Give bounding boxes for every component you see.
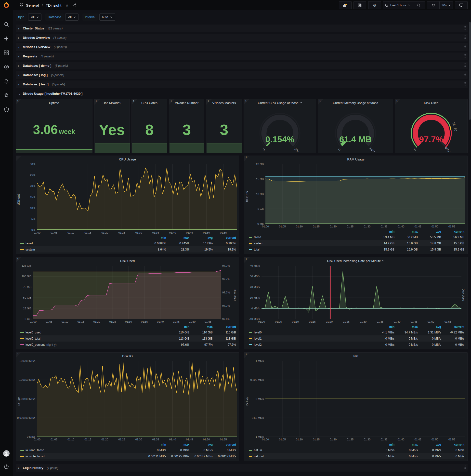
row-header-login-history[interactable]: ›Login History(1 panel)	[16, 464, 468, 472]
breadcrumb-section[interactable]: General	[26, 3, 39, 7]
chart-plot[interactable]	[265, 164, 465, 224]
legend-column-header[interactable]: avg	[189, 236, 213, 239]
legend-row[interactable]: system14.2 GB15.6 GB14.8 GB15.5 GB	[249, 240, 464, 246]
breadcrumb-page[interactable]: TDinsight	[46, 3, 61, 7]
panel-title[interactable]: Current CPU Usage of taosd	[244, 99, 316, 106]
drag-handle-icon[interactable]	[464, 82, 466, 87]
legend-column-header[interactable]: current	[441, 443, 464, 446]
drag-handle-icon[interactable]	[464, 45, 466, 49]
chart-plot[interactable]	[37, 164, 237, 230]
legend-column-header[interactable]: avg	[418, 230, 441, 233]
drag-handle-icon[interactable]	[464, 465, 466, 470]
legend-row[interactable]: net_out0 Mb/s0 Mb/s0 Mb/s0 Mb/s	[249, 453, 464, 459]
legend-column-header[interactable]: min	[143, 443, 166, 446]
legend-row[interactable]: level0-4.1 MB/s34.7 MB/s1.31 MB/s-0.82 M…	[249, 329, 464, 335]
row-header-cluster-status[interactable]: ›Cluster Status(21 panels)	[16, 25, 468, 32]
panel-title[interactable]: Net	[244, 353, 467, 359]
legend-column-header[interactable]: current	[213, 236, 236, 239]
share-icon[interactable]	[73, 3, 76, 7]
legend-column-header[interactable]: max	[394, 325, 418, 328]
drag-handle-icon[interactable]	[464, 26, 466, 31]
sidebar-item-server-admin[interactable]	[0, 102, 13, 117]
legend-row[interactable]: total15.9 GB15.9 GB15.9 GB15.9 GB	[249, 246, 464, 253]
chart-plot[interactable]	[37, 361, 237, 437]
legend-row[interactable]: level10 MB/s0 MB/s0 MB/s0 MB/s	[249, 335, 464, 341]
panel-title[interactable]: VNodes Number	[169, 99, 204, 106]
row-header-database-demo-[interactable]: ›Database: [ demo ](5 panels)	[16, 62, 468, 69]
legend-row[interactable]: level20 MB/s0 MB/s0 MB/s0 MB/s	[249, 341, 464, 348]
legend-column-header[interactable]: current	[441, 230, 464, 233]
dashboard-settings-button[interactable]: ⚙	[368, 1, 381, 9]
add-panel-button[interactable]	[339, 1, 352, 9]
legend-row[interactable]: taosd0.0808%0.245%0.183%0.205%	[20, 240, 236, 246]
row-header-database-log-[interactable]: ›Database: [ log ](5 panels)	[16, 71, 468, 79]
variable-value-dropdown[interactable]: auto	[99, 14, 115, 21]
chart-plot[interactable]	[262, 266, 461, 319]
sidebar-item-search[interactable]	[0, 17, 13, 31]
legend-column-header[interactable]: avg	[418, 325, 441, 328]
legend-row[interactable]: level0_total113 GiB113 GiB113 GiB	[20, 335, 236, 341]
panel-title[interactable]: CPU Usage	[16, 156, 239, 163]
time-picker-button[interactable]: Last 1 hour	[383, 1, 412, 9]
legend-row[interactable]: io_write_taosd0.00111 MB/s0.00195 MB/s0.…	[20, 453, 236, 459]
legend-row[interactable]: system8.64%28.3%19.5%19.1%	[20, 246, 236, 253]
legend-row[interactable]: level0_percent(right-y)97.6%97.7%97.7%	[20, 341, 236, 348]
panel-title[interactable]: CPU Cores	[132, 99, 167, 106]
sidebar-item-dashboards[interactable]	[0, 46, 13, 60]
panel-title[interactable]: Has MNode?	[94, 99, 130, 106]
legend-column-header[interactable]: max	[166, 443, 189, 446]
panel-title[interactable]: VNodes Masters	[206, 99, 242, 106]
legend-column-header[interactable]: min	[143, 236, 166, 239]
chart-plot[interactable]	[33, 266, 221, 319]
panel-title[interactable]: Uptime	[16, 99, 92, 106]
grafana-logo[interactable]	[0, 0, 13, 10]
sidebar-item-explore[interactable]	[0, 60, 13, 74]
legend-column-header[interactable]: avg	[189, 443, 213, 446]
legend-column-header[interactable]: max	[189, 325, 213, 328]
star-icon[interactable]: ☆	[65, 3, 69, 8]
legend-column-header[interactable]: current	[441, 325, 464, 328]
panel-title[interactable]: Disk Used	[395, 99, 467, 106]
panel-title[interactable]: Disk Used	[16, 257, 239, 264]
row-header-dnode-usage[interactable]: ⌄ DNode Usage [ huolinhe-TM1701:6030 ]	[16, 90, 468, 97]
legend-row[interactable]: io_read_taosd0 MB/s0 MB/s0 MB/s0 MB/s	[20, 447, 236, 453]
variable-value-dropdown[interactable]: All	[65, 14, 78, 21]
sidebar-item-help[interactable]	[0, 462, 13, 472]
panel-title[interactable]: RAM Usage	[244, 156, 467, 163]
legend-column-header[interactable]: max	[394, 230, 418, 233]
row-header-requests[interactable]: ›Requests(4 panels)	[16, 52, 468, 60]
sidebar-item-alerting[interactable]	[0, 74, 13, 88]
legend-column-header[interactable]: min	[371, 443, 394, 446]
chart-plot[interactable]	[265, 361, 465, 437]
row-header-database-test-[interactable]: ›Database: [ test ](5 panels)	[16, 81, 468, 88]
page-scrollbar-thumb[interactable]	[469, 22, 471, 120]
sidebar-item-user-avatar[interactable]	[0, 448, 13, 458]
legend-column-header[interactable]: max	[394, 443, 418, 446]
save-dashboard-button[interactable]	[353, 1, 366, 9]
legend-column-header[interactable]: avg	[418, 443, 441, 446]
row-header-mnodes-overview[interactable]: ›MNodes Overview(2 panels)	[16, 43, 468, 51]
legend-row[interactable]: level0_used110 GiB110 GiB110 GiB	[20, 329, 236, 335]
legend-column-header[interactable]: current	[213, 443, 236, 446]
panel-title[interactable]: Disk Used Increasing Rate per Minute	[244, 257, 467, 264]
legend-column-header[interactable]: current	[213, 325, 236, 328]
panel-title[interactable]: Current Memory Usage of taosd	[318, 99, 393, 106]
legend-row[interactable]: taosd53.4 MB56.2 MB53.5 MB56.2 MB	[249, 234, 464, 240]
legend-row[interactable]: net_in0 Mb/s0 Mb/s0 Mb/s0 Mb/s	[249, 447, 464, 453]
variable-value-dropdown[interactable]: All	[28, 14, 41, 21]
drag-handle-icon[interactable]	[464, 73, 466, 77]
drag-handle-icon[interactable]	[464, 63, 466, 68]
drag-handle-icon[interactable]	[464, 35, 466, 40]
row-header-dnodes-overview[interactable]: ›DNodes Overview(4 panels)	[16, 34, 468, 41]
legend-column-header[interactable]: max	[166, 236, 189, 239]
sidebar-item-configuration[interactable]	[0, 88, 13, 102]
legend-column-header[interactable]: min	[371, 325, 394, 328]
refresh-interval-button[interactable]: 30s	[440, 1, 453, 9]
drag-handle-icon[interactable]	[464, 54, 466, 59]
refresh-button[interactable]	[427, 1, 440, 9]
legend-column-header[interactable]: min	[166, 325, 189, 328]
panel-title[interactable]: Disk IO	[16, 353, 239, 359]
zoom-out-button[interactable]	[412, 1, 425, 9]
sidebar-item-add[interactable]	[0, 31, 13, 46]
legend-column-header[interactable]: min	[371, 230, 394, 233]
